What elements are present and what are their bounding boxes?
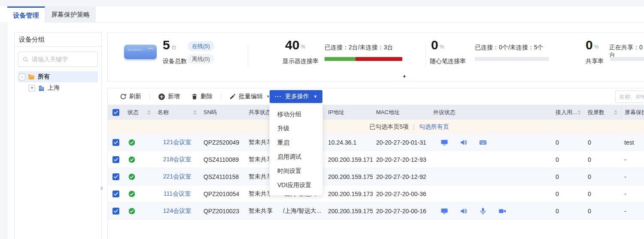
column-label: SN码 (204, 109, 217, 116)
row-checkbox[interactable] (112, 156, 119, 163)
row-checkbox[interactable] (112, 139, 119, 146)
tree-item-all[interactable]: - 所有 (18, 71, 98, 82)
pencil-icon (229, 93, 236, 100)
add-button[interactable]: 新增 (158, 93, 180, 100)
cast-count-cell: 0 (584, 168, 621, 185)
sort-icon[interactable] (147, 110, 151, 115)
sort-icon[interactable] (193, 110, 197, 115)
tree-item-shanghai[interactable]: + 上海 (28, 82, 98, 94)
device-name-link[interactable]: 218会议室 (163, 156, 191, 163)
sn-code-cell: QPZ2010023 (200, 203, 245, 220)
toolbar-divider (221, 94, 221, 100)
share-rate-label: 共享率 (586, 57, 604, 65)
device-name-link[interactable]: 124会议室 (163, 207, 191, 215)
group-search-input[interactable] (32, 56, 94, 63)
online-badge[interactable]: 在线(5) (188, 41, 214, 51)
share-progress-bar (610, 57, 644, 61)
selection-divider: | (413, 124, 415, 130)
offline-badge[interactable]: 离线(0) (188, 54, 214, 64)
tab-screen-protection-policy[interactable]: 屏幕保护策略 (45, 6, 96, 23)
left-gutter (0, 23, 7, 239)
group-search-box[interactable] (18, 51, 98, 67)
device-name-link[interactable]: 111会议室 (164, 190, 191, 198)
folder-icon (28, 73, 35, 81)
sidebar-collapse-handle[interactable] (100, 185, 103, 192)
access-users-cell: 0 (552, 151, 584, 168)
stats-divider (425, 45, 426, 67)
stats-panel: SUNDRAY ••• 5台 设备总数 在线(5) 离线(0) 40% 显示器连… (107, 32, 644, 82)
more-operations-button[interactable]: ··· 更多操作 ▼ (270, 90, 322, 103)
refresh-button[interactable]: 刷新 (120, 93, 141, 100)
peripherals-cell (430, 134, 552, 151)
mac-address-cell: 20-20-27-20-00-36 (373, 185, 430, 203)
row-name-cell: 111会议室 (154, 185, 200, 203)
column-label: IP地址 (328, 109, 344, 116)
table-body: 121会议室QPZ2520049暂未共享10.24.36.120-20-27-2… (108, 134, 644, 220)
building-icon (38, 85, 45, 92)
mac-address-cell: 20-20-27-20-00-16 (373, 203, 430, 220)
access-users-cell: 0 (552, 185, 584, 203)
column-header: 外设状态 (430, 105, 552, 120)
stats-collapse-arrow[interactable]: ▲ (402, 73, 407, 78)
tab-device-management[interactable]: 设备管理 (7, 6, 45, 23)
online-status-icon (128, 156, 135, 163)
menu-item[interactable]: 移动分组 (270, 107, 322, 121)
device-name-link[interactable]: 121会议室 (163, 139, 191, 146)
sn-code-cell: QSZ4110158 (200, 168, 245, 185)
pen-detail-text: 已连接：0个/未连接：5个 (475, 44, 543, 51)
column-header[interactable]: 接入用... (552, 105, 584, 120)
menu-item[interactable]: 重启 (270, 136, 322, 150)
column-header[interactable]: 投屏数 (584, 105, 621, 120)
mac-address-cell: 20-20-27-20-12-92 (373, 168, 430, 185)
table-search-input[interactable] (619, 94, 644, 100)
batch-edit-button[interactable]: 批量编辑 ▼ (229, 93, 270, 100)
menu-item[interactable]: 启用调试 (270, 150, 322, 164)
column-header[interactable]: 状态 (124, 105, 154, 120)
row-checkbox[interactable] (112, 208, 119, 215)
delete-button[interactable]: 删除 (191, 93, 213, 100)
device-group-sidebar: 设备分组 - 所有 + 上海 (14, 32, 102, 239)
ellipsis-icon: ··· (275, 94, 282, 99)
column-label: 外设状态 (433, 109, 456, 116)
add-icon (158, 93, 165, 100)
ip-address-cell: 200.200.159.175 (325, 168, 373, 185)
peripherals-cell (430, 185, 552, 203)
menu-item[interactable]: VDI应用设置 (270, 178, 322, 192)
row-checkbox[interactable] (112, 173, 119, 180)
device-name-link[interactable]: 221会议室 (163, 173, 191, 181)
row-name-cell: 121会议室 (154, 134, 200, 151)
microphone-icon (479, 207, 487, 215)
tab-bar: 设备管理 屏幕保护策略 (0, 6, 644, 23)
tree-item-label: 所有 (38, 73, 50, 81)
monitor-icon (440, 207, 448, 215)
screen-protect-cell: - (621, 168, 644, 185)
column-label: 状态 (128, 109, 139, 116)
toolbar-divider (149, 94, 150, 100)
row-checkbox-cell (108, 151, 124, 168)
select-all-checkbox[interactable] (112, 109, 119, 116)
table-search-box[interactable] (615, 91, 644, 103)
expand-expander-icon[interactable]: + (29, 85, 35, 91)
select-all-pages-link[interactable]: 勾选所有页 (419, 123, 449, 131)
sort-icon[interactable] (577, 110, 581, 115)
device-group-tree: - 所有 + 上海 (15, 70, 101, 94)
top-strip (0, 0, 644, 6)
peripherals-cell (430, 168, 552, 185)
row-checkbox-cell (108, 185, 124, 203)
device-total-value: 5台 (163, 39, 176, 51)
trash-icon (191, 93, 198, 100)
sn-code-cell: QPZ2520049 (200, 134, 245, 151)
tree-item-label: 上海 (48, 84, 60, 92)
table-row: 221会议室QSZ4110158暂未共享200.200.159.17520-20… (108, 168, 644, 185)
row-status-cell (124, 151, 154, 168)
sort-icon[interactable] (614, 110, 617, 115)
pen-progress-bar (475, 57, 549, 61)
column-header[interactable]: 名称 (154, 105, 200, 120)
collapse-expander-icon[interactable]: - (19, 74, 25, 80)
row-checkbox[interactable] (112, 191, 119, 197)
row-status-cell (124, 134, 154, 151)
table-header-row: 状态名称SN码共享状态IP地址MAC地址外设状态接入用...投屏数屏幕保护 (108, 105, 644, 120)
menu-item[interactable]: 升级 (270, 121, 322, 136)
menu-item[interactable]: 时间设置 (270, 164, 322, 178)
screen-protect-cell: - (621, 185, 644, 203)
